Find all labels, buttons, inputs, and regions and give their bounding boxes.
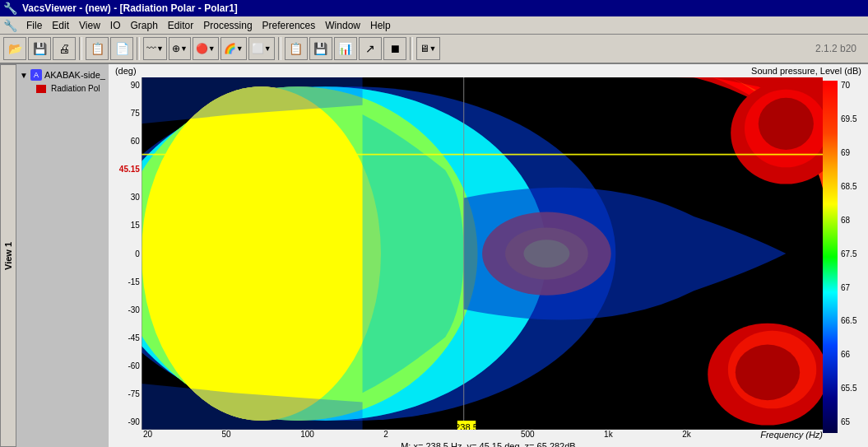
y-label-n90: -90 [110,417,140,426]
chart-plot-area[interactable]: 238.5 [142,77,823,430]
app-menu-icon[interactable]: 🔧 [2,17,18,34]
x-label-100: 100 [300,430,314,440]
svg-point-10 [142,86,381,421]
marker-dropdown[interactable]: ⊕▼ [169,37,191,60]
view-dropdown[interactable]: 🖥▼ [416,37,440,60]
x-label-20: 20 [143,430,152,440]
dataset-label: Radiation Pol [51,84,100,93]
main-content: View 1 ▼ A AKABAK-side_ Radiation Pol (d… [0,64,868,447]
stop-button[interactable]: ⏹ [383,37,406,60]
x-label-500: 500 [521,430,535,440]
save-button[interactable]: 💾 [28,37,51,60]
project-label: AKABAK-side_ [44,70,105,80]
x-label-2k: 2k [682,430,691,440]
open-button[interactable]: 📂 [3,37,26,60]
y-axis-labels: 90 75 60 45.15 30 15 0 -15 -30 -45 -60 -… [109,77,142,430]
new-button[interactable]: 📄 [110,37,133,60]
chart-container: (deg) Sound pressure, Level (dB) 90 75 6… [109,64,868,447]
menu-graph[interactable]: Graph [126,18,163,33]
status-bar: M: x= 238.5 Hz, y= 45.15 deg, z= 65.282d… [109,440,868,447]
svg-text:238.5: 238.5 [455,422,478,430]
menu-processing[interactable]: Processing [198,18,257,33]
view-tab[interactable]: View 1 [0,64,16,447]
x-label-50: 50 [222,430,231,440]
svg-point-16 [759,98,814,150]
chart-header: (deg) Sound pressure, Level (dB) [109,64,868,77]
menu-io[interactable]: IO [105,18,126,33]
cursor-status: M: x= 238.5 Hz, y= 45.15 deg, z= 65.282d… [401,441,576,447]
y-label-30: 30 [110,193,140,202]
app-icon: 🔧 [3,2,17,15]
y-label-n45: -45 [110,333,140,342]
x-label-1k: 1k [604,430,613,440]
menu-editor[interactable]: Editor [163,18,198,33]
scale-675: 67.5 [841,249,856,258]
menu-help[interactable]: Help [365,18,396,33]
scale-655: 65.5 [841,384,856,393]
scale-67: 67 [841,283,856,292]
svg-rect-26 [823,81,838,433]
title-bar: 🔧 VacsViewer - (new) - [Radiation Polar … [0,0,868,16]
version-label: 2.1.2 b20 [815,43,865,54]
y-axis-title: (deg) [115,66,137,76]
color-scale-bar [823,81,838,433]
import-button[interactable]: 📋 [285,37,308,60]
color-scale: 70 69.5 69 68.5 68 67.5 67 66.5 66 65.5 … [823,77,868,430]
color-scale-labels: 70 69.5 69 68.5 68 67.5 67 66.5 66 65.5 … [839,77,858,430]
y-label-75: 75 [110,109,140,118]
expand-icon[interactable]: ▼ [20,71,28,80]
x-axis-area: 20 50 100 2 500 1k 2k Frequency (Hz) [109,430,868,440]
x-label-2: 2 [383,430,388,440]
y-label-n75: -75 [110,389,140,398]
y-label-15: 15 [110,221,140,230]
line-dropdown[interactable]: 〰▼ [143,37,167,60]
menu-edit[interactable]: Edit [47,18,74,33]
tree-root-node[interactable]: ▼ A AKABAK-side_ [20,68,105,82]
menu-window[interactable]: Window [320,18,365,33]
scale-695: 69.5 [841,114,856,123]
x-axis-unit: Frequency (Hz) [760,430,823,440]
scale-665: 66.5 [841,316,856,325]
copy-button[interactable]: 📋 [86,37,109,60]
menu-preferences[interactable]: Preferences [258,18,321,33]
separator-2 [137,37,140,60]
y-label-n30: -30 [110,305,140,314]
x-axis-labels: 20 50 100 2 500 1k 2k Frequency (Hz) [109,430,868,440]
z-axis-title: Sound pressure, Level (dB) [751,66,861,76]
scale-70: 70 [841,81,856,90]
export-button[interactable]: 💾 [309,37,332,60]
toolbar: 📂 💾 🖨 📋 📄 〰▼ ⊕▼ 🔴▼ 🌈▼ ⬜▼ 📋 💾 📊 ↗ ⏹ 🖥▼ 2.… [0,35,868,64]
scale-69: 69 [841,148,856,157]
menu-bar: 🔧 File Edit View IO Graph Editor Process… [0,16,868,35]
y-label-n15: -15 [110,277,140,286]
separator-4 [410,37,413,60]
scale-685: 68.5 [841,182,856,191]
dataset-color-icon [36,85,46,93]
title-text: VacsViewer - (new) - [Radiation Polar - … [22,2,238,14]
project-icon: A [30,69,42,81]
separator-1 [79,37,82,60]
scale-65: 65 [841,417,856,426]
chart-button[interactable]: 📊 [334,37,357,60]
fill-dropdown[interactable]: 🔴▼ [193,37,219,60]
y-label-n60: -60 [110,361,140,370]
separator-3 [278,37,281,60]
chart-wrapper[interactable]: 90 75 60 45.15 30 15 0 -15 -30 -45 -60 -… [109,77,868,430]
project-tree: ▼ A AKABAK-side_ Radiation Pol [16,64,109,447]
y-label-4515: 45.15 [110,165,140,174]
frame-dropdown[interactable]: ⬜▼ [248,37,275,60]
svg-point-19 [736,345,800,401]
scale-66: 66 [841,350,856,359]
color-dropdown[interactable]: 🌈▼ [220,37,247,60]
y-label-0: 0 [110,249,140,258]
radiation-polar-chart[interactable]: 238.5 [142,77,823,430]
y-label-60: 60 [110,137,140,146]
scale-68: 68 [841,216,856,225]
menu-file[interactable]: File [21,18,47,33]
print-button[interactable]: 🖨 [53,37,76,60]
cursor-button[interactable]: ↗ [359,37,382,60]
menu-view[interactable]: View [74,18,105,33]
y-label-90: 90 [110,81,140,90]
tree-child-node[interactable]: Radiation Pol [20,82,105,95]
left-panel: View 1 ▼ A AKABAK-side_ Radiation Pol [0,64,109,447]
